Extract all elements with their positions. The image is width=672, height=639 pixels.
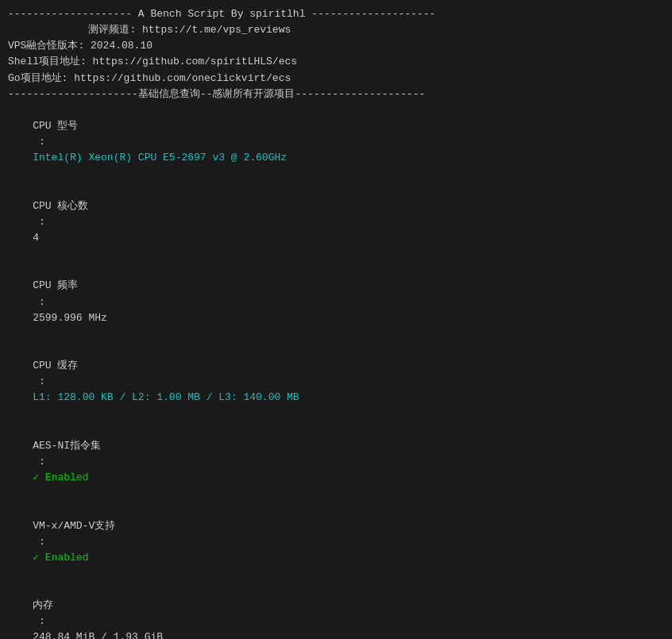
mem-value: 248.84 MiB / 1.93 GiB <box>33 631 163 639</box>
shell-url-line: Shell项目地址: https://github.com/spiritLHLS… <box>8 54 664 70</box>
cpu-cores-row: CPU 核心数 : 4 <box>8 183 664 263</box>
vmx-label: VM-x/AMD-V支持 <box>33 520 133 532</box>
title-line2: 测评频道: https://t.me/vps_reviews <box>8 22 664 38</box>
aes-colon: : <box>33 456 51 468</box>
version-line: VPS融合怪版本: 2024.08.10 <box>8 38 664 54</box>
cpu-cache-value: L1: 128.00 KB / L2: 1.00 MB / L3: 140.00… <box>33 391 299 403</box>
vmx-row: VM-x/AMD-V支持 : ✓ Enabled <box>8 502 664 582</box>
cpu-cores-colon: : <box>33 216 51 228</box>
cpu-cores-label: CPU 核心数 <box>33 200 132 212</box>
cpu-model-value: Intel(R) Xeon(R) CPU E5-2697 v3 @ 2.60GH… <box>33 152 287 164</box>
aes-value: ✓ Enabled <box>33 472 88 483</box>
cpu-freq-label: CPU 频率 <box>33 279 133 291</box>
terminal-output: -------------------- A Bench Script By s… <box>8 6 664 639</box>
cpu-freq-colon: : <box>33 296 51 308</box>
cpu-cache-label: CPU 缓存 <box>33 360 133 371</box>
title-line1: -------------------- A Bench Script By s… <box>8 6 664 22</box>
aes-row: AES-NI指令集 : ✓ Enabled <box>8 422 664 502</box>
cpu-cache-row: CPU 缓存 : L1: 128.00 KB / L2: 1.00 MB / L… <box>8 342 664 422</box>
cpu-model-label: CPU 型号 <box>33 120 133 132</box>
mem-row: 内存 : 248.84 MiB / 1.93 GiB <box>8 582 664 639</box>
aes-label: AES-NI指令集 <box>33 440 132 452</box>
cpu-cache-colon: : <box>33 375 51 387</box>
basic-section-header: ---------------------基础信息查询--感谢所有开源项目---… <box>8 87 664 102</box>
cpu-model-row: CPU 型号 : Intel(R) Xeon(R) CPU E5-2697 v3… <box>8 102 664 183</box>
vmx-colon: : <box>33 536 51 548</box>
cpu-cores-value: 4 <box>33 232 39 244</box>
mem-colon: : <box>33 615 51 627</box>
go-url-line: Go项目地址: https://github.com/oneclickvirt/… <box>8 71 664 87</box>
vmx-value: ✓ Enabled <box>33 552 88 564</box>
mem-label: 内存 <box>33 599 133 611</box>
cpu-model-colon: : <box>33 136 51 148</box>
cpu-freq-value: 2599.996 MHz <box>33 312 107 324</box>
cpu-freq-row: CPU 频率 : 2599.996 MHz <box>8 262 664 342</box>
